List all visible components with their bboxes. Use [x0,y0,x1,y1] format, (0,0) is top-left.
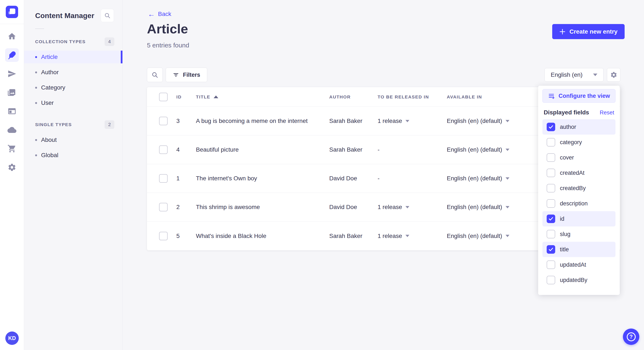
field-checkbox[interactable] [547,230,555,238]
field-checkbox[interactable] [547,276,555,284]
chevron-down-icon [593,74,597,76]
field-toggle-updatedBy[interactable]: updatedBy [542,272,616,288]
sidebar-title: Content Manager [35,11,94,20]
rail-icon-list [0,24,24,174]
content-manager-feather-icon[interactable] [5,48,19,62]
media-library-icon[interactable] [5,86,19,99]
cell-release-value: - [378,175,380,182]
search-icon [104,12,110,19]
back-label: Back [158,11,171,17]
field-toggle-createdAt[interactable]: createdAt [542,165,616,180]
sidebar-item-global[interactable]: Global [24,149,122,162]
strapi-logo[interactable] [6,6,18,18]
column-header-release-label: TO BE RELEASED IN [378,94,429,100]
sidebar-divider [35,28,44,29]
field-label: category [560,139,582,146]
configure-the-view-button[interactable]: Configure the view [542,89,616,103]
field-checkbox[interactable] [547,138,555,147]
locale-value: English (en) [551,71,582,78]
sidebar-item-author[interactable]: Author [24,66,122,79]
cell-author: Sarah Baker [329,146,378,153]
sidebar-search-button[interactable] [101,9,114,22]
checkmark-icon [548,247,554,252]
cloud-icon[interactable] [5,123,19,137]
cell-release-dropdown[interactable]: - [378,146,447,153]
cell-title: A bug is becoming a meme on the internet [196,118,329,124]
content-type-builder-icon[interactable] [5,104,19,118]
plus-icon [559,28,566,35]
field-toggle-createdBy[interactable]: createdBy [542,180,616,196]
row-checkbox[interactable] [159,117,168,125]
field-toggle-author[interactable]: author [542,119,616,135]
field-toggle-slug[interactable]: slug [542,226,616,242]
cell-release-dropdown[interactable]: - [378,175,447,182]
column-header-author: AUTHOR [329,94,378,100]
field-checkbox[interactable] [547,260,555,269]
field-toggle-id[interactable]: id [542,211,616,226]
sidebar-section-label: SINGLE TYPES [35,122,72,127]
field-toggle-category[interactable]: category [542,135,616,150]
releases-plane-icon[interactable] [5,67,19,81]
column-header-id[interactable]: ID [176,94,196,100]
back-link[interactable]: ← Back [148,11,171,17]
row-checkbox[interactable] [159,232,168,240]
help-button[interactable]: ? [623,329,639,345]
field-checkbox[interactable] [547,153,555,162]
marketplace-cart-icon[interactable] [5,142,19,156]
strapi-admin-app: KD Content Manager COLLECTION TYPES 4 Ar… [0,0,644,350]
field-toggle-cover[interactable]: cover [542,150,616,165]
filters-label: Filters [183,72,200,78]
user-avatar[interactable]: KD [5,332,19,345]
cell-release-dropdown[interactable]: 1 release [378,118,447,124]
reset-link[interactable]: Reset [600,109,614,116]
cell-release-dropdown[interactable]: 1 release [378,233,447,239]
logo-section [0,0,24,24]
column-header-title-label: TITLE [196,94,210,100]
chevron-down-icon [406,235,409,237]
table-search-button[interactable] [147,68,163,82]
field-checkbox[interactable] [547,199,555,208]
sidebar-item-article[interactable]: Article [24,51,122,63]
cell-id: 1 [176,175,196,182]
field-toggle-title[interactable]: title [542,242,616,257]
field-label: updatedBy [560,277,587,283]
displayed-fields-popover: Configure the view Displayed fields Rese… [538,86,620,295]
field-checkbox[interactable] [547,214,555,223]
row-checkbox[interactable] [159,203,168,211]
column-header-title[interactable]: TITLE [196,94,329,100]
filters-button[interactable]: Filters [166,68,207,82]
column-header-author-label: AUTHOR [329,94,351,100]
chevron-down-icon [506,149,510,151]
create-new-entry-button[interactable]: Create new entry [552,24,624,39]
settings-gear-icon[interactable] [5,161,19,174]
sidebar-item-about[interactable]: About [24,134,122,146]
sidebar-item-category[interactable]: Category [24,81,122,94]
field-checkbox[interactable] [547,123,555,131]
field-checkbox[interactable] [547,245,555,254]
bullet-icon [35,87,37,89]
field-toggle-description[interactable]: description [542,196,616,211]
bullet-icon [35,102,37,104]
bullet-icon [35,139,37,141]
field-checkbox[interactable] [547,184,555,192]
view-settings-button[interactable] [607,68,620,82]
sidebar-item-label: Author [41,69,59,76]
sidebar-item-user[interactable]: User [24,97,122,109]
field-label: id [560,216,564,222]
sidebar-sections: COLLECTION TYPES 4 Article Author Catego… [24,37,122,164]
sidebar-item-label: About [41,137,57,143]
locale-select[interactable]: English (en) [544,68,604,82]
filter-icon [173,72,179,78]
page-title: Article [147,21,188,36]
row-checkbox[interactable] [159,146,168,154]
sort-ascending-icon [214,95,218,98]
field-checkbox[interactable] [547,169,555,177]
field-label: createdBy [560,185,586,191]
checkmark-icon [548,124,554,130]
field-toggle-updatedAt[interactable]: updatedAt [542,257,616,272]
cell-release-dropdown[interactable]: 1 release [378,204,447,210]
row-checkbox[interactable] [159,174,168,183]
content-manager-sidebar: Content Manager COLLECTION TYPES 4 Artic… [24,0,123,350]
home-icon[interactable] [5,29,19,43]
select-all-checkbox[interactable] [159,93,168,101]
